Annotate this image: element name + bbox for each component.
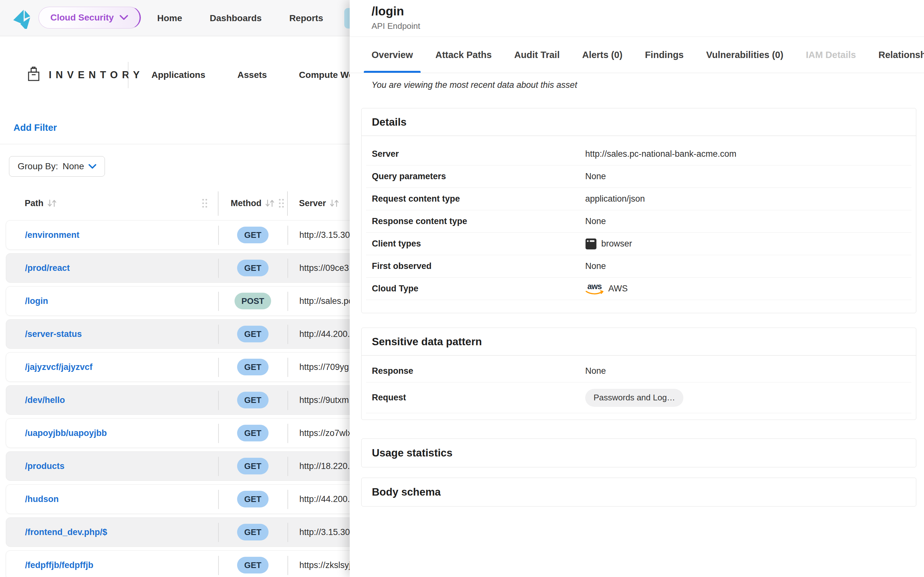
endpoint-path-link[interactable]: /uapoyjbb/uapoyjbb (25, 419, 107, 448)
method-badge: GET (237, 425, 268, 442)
asset-detail-panel: /login API Endpoint OverviewAttack Paths… (350, 0, 924, 577)
detail-row: Serverhttp://sales.pc-national-bank-acme… (366, 143, 911, 165)
inventory-icon (27, 67, 40, 83)
server-cell: https://09ce3 (299, 253, 349, 282)
drag-handle-icon[interactable] (202, 198, 208, 208)
aws-icon: aws (585, 282, 604, 295)
detail-label: Query parameters (372, 171, 585, 181)
sort-icon[interactable] (329, 198, 339, 208)
logo-icon (12, 7, 34, 29)
usage-statistics-section[interactable]: Usage statistics (361, 438, 916, 467)
endpoint-path-link[interactable]: /server-status (25, 319, 82, 348)
tab-attack-paths[interactable]: Attack Paths (435, 37, 492, 73)
details-card: Details Serverhttp://sales.pc-national-b… (361, 108, 916, 313)
product-switcher[interactable]: Cloud Security (39, 7, 141, 29)
page-title: INVENTORY (49, 69, 144, 81)
divider (350, 73, 924, 73)
detail-value: None (585, 171, 606, 181)
chevron-down-icon (120, 15, 128, 20)
detail-label: Request content type (372, 194, 585, 204)
endpoint-path-link[interactable]: /login (25, 287, 48, 316)
details-card-title: Details (362, 108, 916, 136)
divider (288, 358, 288, 377)
divider (288, 391, 288, 410)
panel-tabs: OverviewAttack PathsAudit TrailAlerts (0… (372, 37, 924, 73)
sort-icon[interactable] (47, 198, 57, 208)
detail-value: None (585, 366, 606, 376)
body-schema-title: Body schema (362, 478, 916, 506)
method-badge: GET (237, 524, 268, 540)
server-cell: http://18.220. (299, 452, 350, 480)
server-cell: http://sales.pc (299, 287, 353, 316)
recency-notice: You are viewing the most recent data abo… (372, 80, 577, 90)
endpoint-path-link[interactable]: /prod/react (25, 253, 70, 282)
add-filter-button[interactable]: Add Filter (13, 122, 57, 133)
tab-label: Relationships (879, 50, 924, 60)
tab-label: Audit Trail (514, 50, 560, 60)
usage-statistics-title: Usage statistics (362, 439, 916, 467)
method-badge: GET (237, 392, 268, 408)
drag-handle-icon[interactable] (278, 198, 284, 208)
column-header-path[interactable]: Path (25, 195, 57, 211)
inventory-tab-applications[interactable]: Applications (144, 65, 213, 85)
nav-item-reports[interactable]: Reports (283, 8, 330, 29)
sensitive-data-row: ResponseNone (366, 360, 911, 382)
detail-row: First observedNone (366, 255, 911, 277)
endpoint-path-link[interactable]: /dev/hello (25, 386, 65, 414)
divider (218, 191, 218, 216)
detail-label: Response content type (372, 216, 585, 226)
sensitive-data-card-title: Sensitive data pattern (362, 328, 916, 356)
detail-value: http://sales.pc-national-bank-acme.com (585, 149, 736, 159)
column-header-method[interactable]: Method (231, 195, 284, 211)
tab-audit-trail[interactable]: Audit Trail (514, 37, 560, 73)
group-by-dropdown[interactable]: Group By: None (9, 156, 105, 177)
endpoint-path-link[interactable]: /products (25, 452, 65, 480)
divider (288, 457, 288, 476)
server-cell: https://9utxm (299, 386, 349, 414)
group-by-value: None (63, 161, 84, 171)
tab-overview[interactable]: Overview (372, 37, 413, 73)
browser-icon (585, 238, 597, 250)
server-cell: http://3.15.30 (299, 518, 350, 546)
detail-label: Cloud Type (372, 284, 585, 293)
product-switcher-label: Cloud Security (50, 13, 114, 23)
method-badge: GET (237, 491, 268, 508)
method-badge: GET (237, 259, 268, 276)
tab-vulnerabilities-0[interactable]: Vulnerabilities (0) (706, 37, 783, 73)
divider (288, 556, 288, 575)
tab-alerts-0[interactable]: Alerts (0) (582, 37, 622, 73)
divider (288, 226, 288, 245)
tab-label: Alerts (0) (582, 50, 622, 60)
method-badge: GET (237, 359, 268, 376)
endpoint-path-link[interactable]: /jajyzvcf/jajyzvcf (25, 353, 92, 382)
divider (288, 292, 288, 311)
detail-value: application/json (585, 194, 645, 204)
endpoint-path-link[interactable]: /environment (25, 221, 79, 250)
server-cell: https://709yg (299, 353, 349, 382)
detail-label: Server (372, 149, 585, 159)
nav-item-dashboards[interactable]: Dashboards (204, 8, 268, 29)
server-cell: http://3.15.30 (299, 221, 350, 250)
sensitive-pattern-chip[interactable]: Passwords and Log… (585, 389, 683, 407)
divider (287, 191, 288, 216)
detail-label: First observed (372, 261, 585, 271)
divider (288, 325, 288, 344)
detail-label: Response (372, 366, 585, 376)
column-header-server[interactable]: Server (299, 195, 339, 211)
sort-icon[interactable] (265, 198, 275, 208)
body-schema-section[interactable]: Body schema (361, 478, 916, 506)
endpoint-path-link[interactable]: /hudson (25, 485, 59, 514)
group-by-label: Group By: (18, 161, 58, 171)
tab-findings[interactable]: Findings (645, 37, 684, 73)
divider (288, 523, 288, 542)
tab-relationships[interactable]: Relationships (879, 37, 924, 73)
nav-item-home[interactable]: Home (151, 8, 189, 29)
detail-value: browser (601, 239, 632, 249)
tab-label: Attack Paths (435, 50, 492, 60)
endpoint-path-link[interactable]: /fedpffjb/fedpffjb (25, 551, 94, 577)
inventory-tab-assets[interactable]: Assets (230, 65, 275, 85)
endpoint-path-link[interactable]: /frontend_dev.php/$ (25, 518, 107, 546)
method-badge: GET (237, 326, 268, 342)
detail-row: Request content typeapplication/json (366, 188, 911, 210)
detail-row: Client typesbrowser (366, 233, 911, 255)
